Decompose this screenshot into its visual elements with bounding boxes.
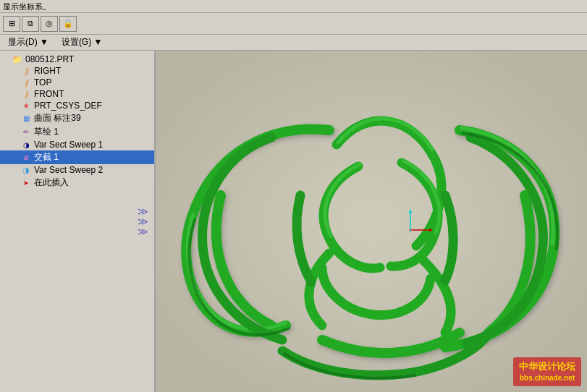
tree-item-front[interactable]: ∥ FRONT xyxy=(0,88,154,100)
circle-icon: ◎ xyxy=(46,19,53,28)
tree-label-top: TOP xyxy=(34,77,51,88)
toolbar-btn-lock[interactable]: 🔒 xyxy=(59,16,77,32)
tree-label-sweep2: Var Sect Sweep 2 xyxy=(34,165,103,175)
tree-label-right: RIGHT xyxy=(34,66,61,76)
tree-label-intersect: 交截 1 xyxy=(34,151,59,163)
tree-label-front: FRONT xyxy=(34,89,64,99)
tree-item-sketch[interactable]: ✏ 草绘 1 xyxy=(0,125,154,139)
tree-item-insert[interactable]: ➤ 在此插入 xyxy=(0,176,154,189)
tree-item-intersect[interactable]: ⌀ 交截 1 xyxy=(0,150,154,164)
tree-item-right[interactable]: ∥ RIGHT xyxy=(0,65,154,77)
scene-canvas: 中华设计论坛 bbs.chinade.net xyxy=(156,51,587,392)
watermark: 中华设计论坛 bbs.chinade.net xyxy=(513,357,581,386)
tree-label-csys: PRT_CSYS_DEF xyxy=(34,101,102,111)
coil-svg xyxy=(156,51,587,392)
tree-item-root[interactable]: 📁 080512.PRT xyxy=(0,54,154,65)
surface-icon: ▦ xyxy=(20,114,32,124)
menu-display[interactable]: 显示(D) ▼ xyxy=(3,34,54,51)
toolbar: ⊞ ⧉ ◎ 🔒 xyxy=(0,13,587,35)
sketch-icon: ✏ xyxy=(20,127,32,137)
datum-icon-right: ∥ xyxy=(20,66,32,76)
grid-icon: ⊞ xyxy=(9,19,15,28)
copy-icon: ⧉ xyxy=(28,19,33,28)
main-layout: 📁 080512.PRT ∥ RIGHT ∥ TOP ∥ xyxy=(0,51,587,392)
zigzag-decoration: ≫ ≫ ≫ xyxy=(138,206,148,237)
datum-icon-top: ∥ xyxy=(20,77,32,88)
tree-item-sweep1[interactable]: ◑ Var Sect Sweep 1 xyxy=(0,139,154,150)
menu-display-label: 显示(D) ▼ xyxy=(8,37,48,47)
insert-icon: ➤ xyxy=(20,178,32,188)
tree-label-sweep1: Var Sect Sweep 1 xyxy=(34,140,103,150)
toolbar-btn-copy[interactable]: ⧉ xyxy=(22,16,39,32)
model-tree: 📁 080512.PRT ∥ RIGHT ∥ TOP ∥ xyxy=(0,51,154,392)
intersect-icon: ⌀ xyxy=(20,153,32,163)
watermark-line1: 中华设计论坛 xyxy=(519,360,575,373)
svg-point-5 xyxy=(409,229,412,231)
tree-item-top[interactable]: ∥ TOP xyxy=(0,77,154,88)
info-text: 显示坐标系。 xyxy=(3,2,51,11)
tree-item-sweep2[interactable]: ◑ Var Sect Sweep 2 xyxy=(0,164,154,176)
lock-icon: 🔒 xyxy=(63,19,73,28)
csys-icon: ✳ xyxy=(20,101,32,111)
tree-label-insert: 在此插入 xyxy=(34,176,69,189)
tree-item-csys[interactable]: ✳ PRT_CSYS_DEF xyxy=(0,100,154,111)
menu-settings[interactable]: 设置(G) ▼ xyxy=(56,34,108,51)
tree-label-root: 080512.PRT xyxy=(25,54,74,64)
watermark-line2: bbs.chinade.net xyxy=(519,373,575,383)
toolbar-btn-circle[interactable]: ◎ xyxy=(41,16,58,32)
sweep1-icon: ◑ xyxy=(20,140,32,150)
viewport[interactable]: 中华设计论坛 bbs.chinade.net xyxy=(156,51,587,392)
menu-settings-label: 设置(G) ▼ xyxy=(62,37,103,47)
sweep2-icon: ◑ xyxy=(20,165,32,175)
top-info-bar: 显示坐标系。 xyxy=(0,0,587,13)
tree-item-surface[interactable]: ▦ 曲面 标注39 xyxy=(0,111,154,125)
tree-label-sketch: 草绘 1 xyxy=(34,126,59,138)
menu-bar: 显示(D) ▼ 设置(G) ▼ xyxy=(0,35,587,51)
datum-icon-front: ∥ xyxy=(20,89,32,99)
tree-label-surface: 曲面 标注39 xyxy=(34,112,81,124)
toolbar-btn-grid[interactable]: ⊞ xyxy=(3,16,20,32)
folder-icon: 📁 xyxy=(12,54,23,64)
left-panel: 📁 080512.PRT ∥ RIGHT ∥ TOP ∥ xyxy=(0,51,156,392)
